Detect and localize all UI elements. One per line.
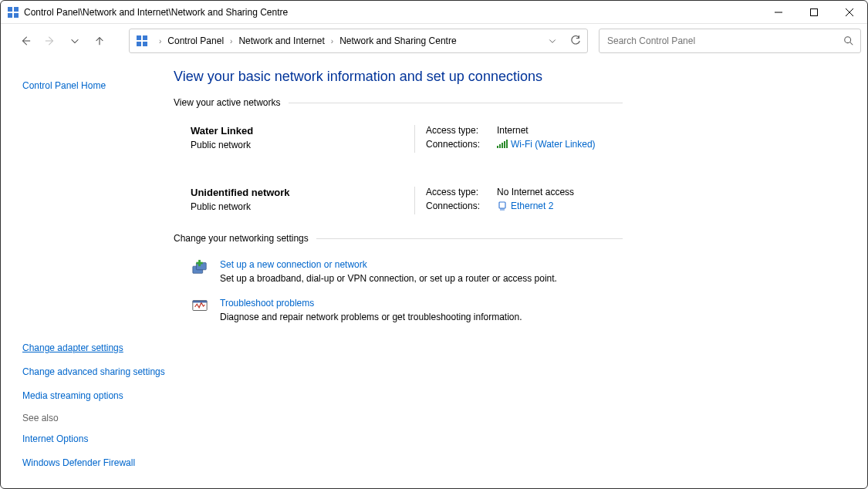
main-pane: View your basic network information and … — [174, 58, 867, 488]
network-type: Public network — [191, 201, 414, 212]
chevron-right-icon[interactable]: › — [326, 37, 338, 46]
access-type-label: Access type: — [426, 187, 497, 197]
svg-rect-11 — [137, 35, 141, 40]
svg-rect-19 — [502, 143, 503, 148]
svg-rect-13 — [137, 42, 141, 46]
search-input[interactable] — [599, 35, 837, 46]
chevron-right-icon[interactable]: › — [154, 37, 166, 46]
svg-rect-21 — [506, 140, 508, 148]
breadcrumb-control-panel[interactable]: Control Panel — [166, 35, 225, 46]
forward-button[interactable] — [39, 30, 61, 52]
close-button[interactable] — [832, 1, 867, 23]
sidebar-control-panel-home[interactable]: Control Panel Home — [22, 69, 166, 322]
svg-rect-14 — [143, 42, 147, 46]
troubleshoot-desc: Diagnose and repair network problems or … — [220, 312, 522, 322]
svg-rect-18 — [499, 144, 501, 148]
back-button[interactable] — [15, 30, 36, 52]
network-name: Unidentified network — [191, 187, 414, 198]
access-type-label: Access type: — [426, 125, 497, 136]
search-box[interactable] — [599, 29, 861, 53]
up-button[interactable] — [89, 30, 110, 52]
active-networks-header: View your active networks — [174, 97, 623, 108]
control-panel-icon — [136, 35, 148, 47]
navbar: › Control Panel › Network and Internet ›… — [1, 24, 867, 58]
control-panel-icon — [7, 6, 19, 19]
svg-point-15 — [845, 37, 851, 43]
sidebar-internet-options[interactable]: Internet Options — [22, 433, 166, 446]
network-block: Water Linked Public network Access type:… — [174, 120, 623, 167]
connection-link[interactable]: Wi-Fi (Water Linked) — [511, 139, 596, 150]
network-name: Water Linked — [191, 125, 414, 137]
setup-connection-item[interactable]: Set up a new connection or network Set u… — [174, 256, 623, 295]
sidebar-change-adapter[interactable]: Change adapter settings — [22, 342, 166, 355]
see-also-heading: See also — [22, 413, 166, 423]
sidebar-advanced-sharing[interactable]: Change advanced sharing settings — [22, 366, 166, 379]
active-networks-label: View your active networks — [174, 97, 281, 108]
svg-rect-29 — [196, 262, 202, 265]
titlebar: Control Panel\Network and Internet\Netwo… — [1, 1, 867, 24]
address-bar[interactable]: › Control Panel › Network and Internet ›… — [129, 29, 588, 53]
troubleshoot-item[interactable]: Troubleshoot problems Diagnose and repai… — [174, 295, 623, 333]
setup-connection-title[interactable]: Set up a new connection or network — [220, 259, 557, 270]
troubleshoot-title[interactable]: Troubleshoot problems — [220, 298, 522, 309]
svg-rect-20 — [504, 141, 505, 148]
svg-rect-0 — [8, 7, 12, 12]
svg-rect-12 — [143, 35, 147, 40]
svg-rect-31 — [193, 301, 207, 303]
svg-rect-1 — [14, 7, 19, 12]
connection-link[interactable]: Ethernet 2 — [511, 201, 553, 211]
svg-rect-22 — [499, 202, 505, 208]
networking-settings-label: Change your networking settings — [174, 233, 309, 244]
network-type: Public network — [191, 140, 414, 150]
svg-rect-17 — [497, 146, 498, 148]
sidebar: Control Panel Home Change adapter settin… — [1, 58, 174, 488]
chevron-right-icon[interactable]: › — [225, 37, 237, 46]
breadcrumb-network-internet[interactable]: Network and Internet — [237, 35, 326, 46]
sidebar-media-streaming[interactable]: Media streaming options — [22, 390, 166, 403]
network-block: Unidentified network Public network Acce… — [174, 182, 623, 228]
search-icon[interactable] — [837, 35, 860, 46]
svg-line-16 — [850, 42, 853, 46]
wifi-icon — [497, 140, 508, 149]
svg-rect-2 — [8, 13, 12, 18]
sidebar-defender-firewall[interactable]: Windows Defender Firewall — [22, 457, 166, 470]
ethernet-icon — [497, 201, 508, 211]
page-heading: View your basic network information and … — [174, 69, 623, 85]
connections-label: Connections: — [426, 139, 497, 150]
access-type-value: No Internet access — [497, 187, 574, 197]
networking-settings-header: Change your networking settings — [174, 233, 623, 244]
minimize-button[interactable] — [761, 1, 796, 23]
refresh-button[interactable] — [564, 29, 587, 52]
recent-locations-button[interactable] — [64, 30, 86, 52]
window-title: Control Panel\Network and Internet\Netwo… — [24, 7, 761, 18]
troubleshoot-icon — [189, 298, 211, 319]
setup-connection-desc: Set up a broadband, dial-up or VPN conne… — [220, 273, 557, 284]
connections-label: Connections: — [426, 201, 497, 211]
history-dropdown-button[interactable] — [541, 29, 564, 52]
breadcrumb-network-sharing[interactable]: Network and Sharing Centre — [338, 35, 458, 46]
svg-rect-3 — [14, 13, 19, 18]
maximize-button[interactable] — [796, 1, 832, 23]
access-type-value: Internet — [497, 125, 529, 136]
setup-connection-icon — [189, 259, 211, 281]
svg-rect-5 — [811, 8, 818, 15]
